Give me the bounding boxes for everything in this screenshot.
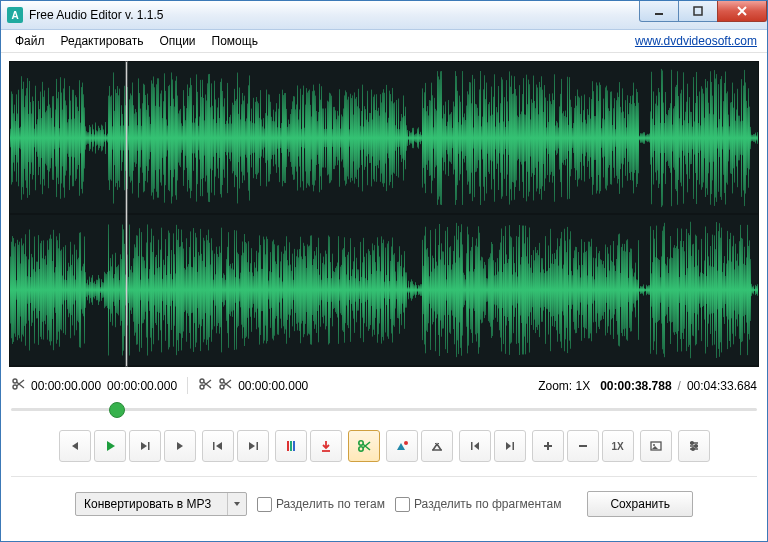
- current-time: 00:00:38.788: [600, 379, 671, 393]
- svg-rect-8: [148, 442, 150, 450]
- svg-rect-1: [694, 7, 702, 15]
- svg-point-27: [653, 444, 655, 446]
- window-minimize-button[interactable]: [639, 1, 679, 22]
- add-marker-button[interactable]: [275, 430, 307, 462]
- scissors-icon: [198, 377, 212, 394]
- window-close-button[interactable]: [717, 1, 767, 22]
- save-button[interactable]: Сохранить: [587, 491, 693, 517]
- menu-options[interactable]: Опции: [151, 31, 203, 51]
- convert-format-select[interactable]: Конвертировать в MP3: [75, 492, 247, 516]
- menubar: Файл Редактировать Опции Помощь www.dvdv…: [1, 30, 767, 53]
- total-time: 00:04:33.684: [687, 379, 757, 393]
- selection-cursor-time: 00:00:00.000: [107, 379, 177, 393]
- split-by-fragments-label: Разделить по фрагментам: [414, 497, 561, 511]
- playhead[interactable]: [126, 62, 127, 366]
- svg-point-17: [404, 441, 408, 445]
- play-button[interactable]: [94, 430, 126, 462]
- chevron-down-icon: [227, 493, 246, 515]
- trim-outside-button[interactable]: [386, 430, 418, 462]
- titlebar[interactable]: A Free Audio Editor v. 1.1.5: [1, 1, 767, 30]
- scissors-icon: [11, 377, 25, 394]
- separator: [11, 476, 757, 477]
- selection-end-time: 00:00:00.000: [31, 379, 101, 393]
- scissors-icon: [218, 377, 232, 394]
- skip-back-button[interactable]: [202, 430, 234, 462]
- settings-button[interactable]: [678, 430, 710, 462]
- skip-forward-button[interactable]: [237, 430, 269, 462]
- next-button[interactable]: [164, 430, 196, 462]
- svg-rect-9: [213, 442, 215, 450]
- time-separator: /: [678, 379, 681, 393]
- trim-inside-button[interactable]: [421, 430, 453, 462]
- svg-rect-10: [256, 442, 258, 450]
- checkbox-box: [395, 497, 410, 512]
- split-by-fragments-checkbox[interactable]: Разделить по фрагментам: [395, 497, 561, 512]
- zoom-out-button[interactable]: [567, 430, 599, 462]
- time-info-row: 00:00:00.000 00:00:00.000 00:00:00.000 Z…: [1, 375, 767, 396]
- waveform-canvas[interactable]: [10, 62, 758, 366]
- menu-help[interactable]: Помощь: [204, 31, 266, 51]
- position-slider[interactable]: [11, 400, 757, 418]
- import-marker-button[interactable]: [310, 430, 342, 462]
- app-icon: A: [7, 7, 23, 23]
- waveform-area[interactable]: [9, 61, 759, 367]
- picture-button[interactable]: [640, 430, 672, 462]
- app-window: A Free Audio Editor v. 1.1.5 Файл Редакт…: [0, 0, 768, 542]
- window-maximize-button[interactable]: [678, 1, 718, 22]
- prev-button[interactable]: [59, 430, 91, 462]
- window-title: Free Audio Editor v. 1.1.5: [29, 8, 164, 22]
- split-by-tags-checkbox[interactable]: Разделить по тегам: [257, 497, 385, 512]
- svg-point-29: [690, 442, 693, 445]
- bottom-bar: Конвертировать в MP3 Разделить по тегам …: [1, 483, 767, 517]
- split-by-tags-label: Разделить по тегам: [276, 497, 385, 511]
- convert-format-value: Конвертировать в MP3: [76, 497, 227, 511]
- zoom-in-button[interactable]: [532, 430, 564, 462]
- svg-point-31: [694, 445, 697, 448]
- selection-start-time: 00:00:00.000: [238, 379, 308, 393]
- menu-file[interactable]: Файл: [7, 31, 53, 51]
- svg-rect-22: [512, 442, 514, 450]
- menu-edit[interactable]: Редактировать: [53, 31, 152, 51]
- toolbar: 1X: [1, 426, 767, 470]
- play-to-end-button[interactable]: [129, 430, 161, 462]
- svg-point-33: [691, 448, 694, 451]
- slider-thumb[interactable]: [109, 402, 125, 418]
- zoom-value: 1X: [576, 379, 591, 393]
- go-to-end-button[interactable]: [494, 430, 526, 462]
- vendor-link[interactable]: www.dvdvideosoft.com: [635, 34, 761, 48]
- checkbox-box: [257, 497, 272, 512]
- cut-button[interactable]: [348, 430, 380, 462]
- go-to-start-button[interactable]: [459, 430, 491, 462]
- zoom-label: Zoom:: [538, 379, 572, 393]
- zoom-reset-button[interactable]: 1X: [602, 430, 634, 462]
- svg-rect-21: [471, 442, 473, 450]
